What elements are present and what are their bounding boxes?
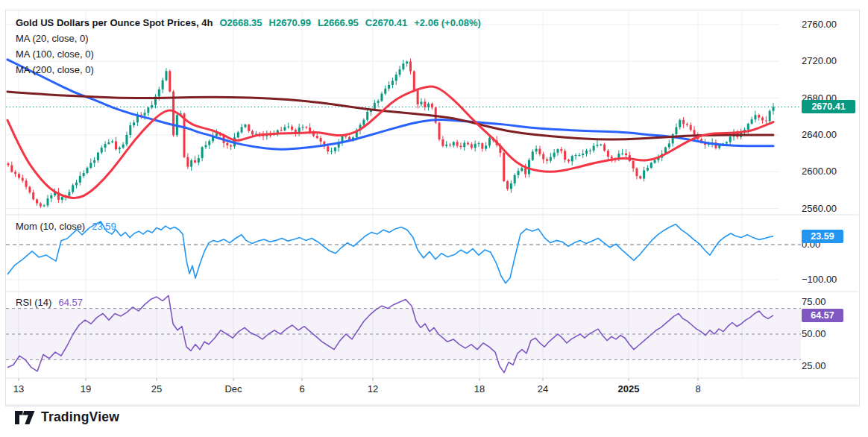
ma200-legend[interactable]: MA (200, close, 0): [16, 62, 481, 78]
tradingview-logo-text: TradingView: [41, 409, 119, 425]
price-tick-2760.00: 2760.00: [802, 19, 837, 30]
symbol-title: Gold US Dollars per Ounce Spot Prices, 4…: [16, 15, 213, 31]
rsi-tick-75.00: 75.00: [802, 297, 826, 307]
price-tick-2600.00: 2600.00: [802, 166, 837, 177]
rsi-tick-25.00: 25.00: [802, 361, 826, 371]
time-tick-Dec: Dec: [224, 383, 242, 394]
time-tick-2025: 2025: [618, 383, 640, 394]
momentum-value-badge: 23.59: [802, 230, 843, 243]
price-tick-2560.00: 2560.00: [802, 204, 837, 214]
time-tick-6: 6: [299, 383, 304, 394]
momentum-legend[interactable]: Mom (10, close) 23.59: [16, 221, 116, 232]
symbol-legend-row[interactable]: Gold US Dollars per Ounce Spot Prices, 4…: [16, 15, 481, 31]
rsi-legend-label: RSI (14): [16, 297, 51, 308]
time-tick-25: 25: [151, 383, 162, 394]
time-tick-12: 12: [368, 383, 378, 394]
chart-widget: Gold US Dollars per Ounce Spot Prices, 4…: [0, 0, 868, 437]
ma100-legend[interactable]: MA (100, close, 0): [16, 46, 481, 62]
time-tick-18: 18: [474, 383, 485, 394]
price-tick-2640.00: 2640.00: [802, 130, 837, 140]
momentum-legend-label: Mom (10, close): [16, 221, 85, 232]
ohlc-close: C2670.41: [365, 15, 407, 31]
momentum-legend-value: 23.59: [92, 221, 116, 232]
time-tick-13: 13: [13, 383, 24, 394]
momentum-tick-−100.00: −100.00: [802, 274, 837, 285]
time-tick-19: 19: [81, 383, 91, 394]
main-legend: Gold US Dollars per Ounce Spot Prices, 4…: [16, 15, 481, 78]
tradingview-logo[interactable]: TradingView: [15, 409, 119, 425]
ohlc-open: O2668.35: [219, 15, 262, 31]
rsi-legend[interactable]: RSI (14) 64.57: [16, 297, 83, 308]
ohlc-low: L2666.95: [318, 15, 359, 31]
rsi-tick-50.00: 50.00: [802, 329, 826, 339]
time-tick-24: 24: [538, 383, 548, 394]
ohlc-high: H2670.99: [269, 15, 311, 31]
ma20-legend[interactable]: MA (20, close, 0): [16, 31, 481, 46]
ohlc-change: +2.06 (+0.08%): [414, 15, 481, 31]
rsi-value-badge: 64.57: [802, 309, 843, 322]
tradingview-logo-icon: [15, 410, 35, 425]
rsi-legend-value: 64.57: [58, 297, 83, 308]
price-tick-2720.00: 2720.00: [802, 56, 837, 66]
time-tick-8: 8: [695, 383, 700, 394]
last-price-badge: 2670.41: [802, 100, 855, 113]
